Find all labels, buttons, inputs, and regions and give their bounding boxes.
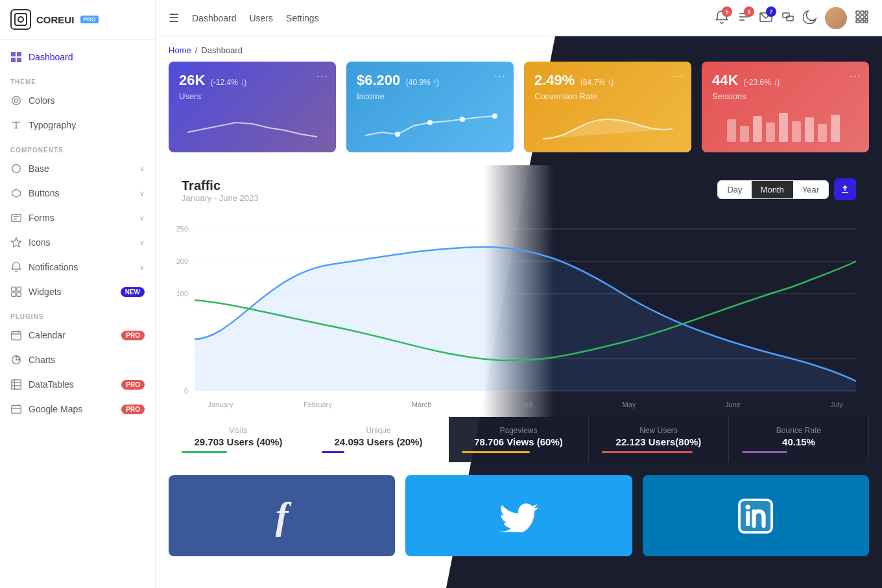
breadcrumb-home[interactable]: Home [169, 45, 191, 55]
stat-pageviews: Pageviews 78.706 Views (60%) [449, 417, 589, 462]
sidebar-item-buttons[interactable]: Buttons ∨ [0, 181, 155, 206]
svg-rect-29 [861, 20, 864, 23]
sidebar-item-calendar[interactable]: Calendar PRO [0, 323, 155, 347]
sidebar-collapse-button[interactable] [134, 434, 145, 447]
pageviews-value: 78.706 Views (60%) [462, 436, 575, 447]
stat-visits: Visits 29.703 Users (40%) [169, 417, 309, 462]
svg-point-34 [492, 113, 497, 119]
breadcrumb: Home / Dashboard [156, 36, 882, 62]
sidebar-item-googlemaps[interactable]: Google Maps PRO [0, 397, 155, 421]
sidebar-label-datatables: DataTables [29, 379, 74, 390]
stat-chart-sessions [712, 110, 859, 142]
breadcrumb-separator: / [195, 45, 198, 55]
sidebar-item-dashboard[interactable]: Dashboard [0, 45, 155, 69]
collapse-icon [134, 434, 145, 445]
social-card-facebook[interactable]: f [169, 475, 395, 556]
header-nav-settings[interactable]: Settings [286, 13, 319, 23]
language-button[interactable] [781, 10, 795, 27]
svg-point-31 [395, 132, 400, 137]
btn-day[interactable]: Day [718, 181, 751, 198]
stat-change-conversion: (84.7% ↑) [580, 78, 614, 87]
sidebar-item-base[interactable]: Base ∨ [0, 156, 155, 181]
logo-badge: PRO [80, 16, 99, 23]
header-nav-users[interactable]: Users [250, 13, 274, 23]
visits-bar [182, 451, 227, 453]
header-nav-dashboard[interactable]: Dashboard [192, 13, 237, 23]
svg-rect-42 [818, 124, 827, 142]
tasks-button[interactable]: 5 [737, 10, 751, 27]
sidebar-label-buttons: Buttons [29, 188, 59, 198]
stat-change-users: (-12.4% ↓) [211, 78, 246, 87]
base-icon [10, 163, 22, 174]
stat-menu-income[interactable]: ··· [494, 69, 506, 83]
svg-rect-3 [17, 52, 21, 56]
hamburger-button[interactable]: ☰ [169, 11, 179, 25]
chart-stats-footer: Visits 29.703 Users (40%) Unique 24.093 … [169, 417, 869, 462]
avatar[interactable] [825, 7, 847, 29]
svg-point-33 [460, 117, 465, 122]
btn-month[interactable]: Month [752, 181, 793, 198]
sidebar-item-datatables[interactable]: DataTables PRO [0, 372, 155, 397]
stat-menu-sessions[interactable]: ··· [850, 69, 861, 83]
svg-text:April: April [518, 401, 532, 408]
sidebar: COREUI PRO Dashboard THEME Colors [0, 0, 156, 588]
darkmode-button[interactable] [803, 10, 817, 27]
sidebar-item-colors[interactable]: Colors [0, 88, 155, 113]
sidebar-label-calendar: Calendar [29, 330, 66, 340]
svg-rect-11 [12, 287, 16, 291]
sidebar-item-charts[interactable]: Charts [0, 347, 155, 372]
stat-value-conversion: 2.49% [534, 72, 575, 88]
svg-rect-28 [856, 20, 859, 23]
sidebar-label-widgets: Widgets [29, 287, 62, 297]
svg-rect-22 [856, 11, 859, 14]
traffic-chart-svg: 250 200 100 0 January [169, 209, 869, 417]
stat-menu-users[interactable]: ··· [316, 69, 328, 83]
sidebar-item-notifications[interactable]: Notifications ∨ [0, 255, 155, 279]
svg-rect-61 [746, 511, 750, 526]
mail-button[interactable]: 7 [759, 10, 773, 27]
stat-value-income: $6.200 [357, 72, 400, 88]
svg-rect-15 [12, 332, 21, 340]
stat-card-conversion: ··· 2.49% (84.7% ↑) Conversion Rate [524, 62, 691, 152]
traffic-subtitle: January - June 2023 [182, 193, 259, 203]
btn-year[interactable]: Year [793, 181, 828, 198]
svg-rect-4 [11, 58, 16, 62]
svg-point-62 [746, 504, 751, 510]
bouncerate-label: Bounce Rate [742, 426, 855, 435]
svg-point-6 [12, 97, 21, 105]
newusers-label: New Users [602, 426, 715, 435]
svg-rect-38 [766, 123, 775, 142]
traffic-title-area: Traffic January - June 2023 [182, 178, 259, 203]
facebook-icon: f [276, 493, 289, 538]
sidebar-item-forms[interactable]: Forms ∨ [0, 206, 155, 230]
sidebar-label-charts: Charts [29, 355, 55, 365]
bell-button[interactable]: 5 [715, 10, 729, 27]
svg-rect-36 [740, 126, 749, 142]
datatables-icon [10, 379, 22, 390]
svg-rect-35 [727, 119, 736, 142]
googlemaps-badge: PRO [121, 405, 145, 414]
pageviews-bar [462, 451, 530, 453]
widgets-badge: NEW [121, 287, 145, 297]
content-body: Home / Dashboard ··· 26K (-12.4% ↓) User… [156, 36, 882, 556]
base-chevron: ∨ [139, 165, 145, 173]
stat-menu-conversion[interactable]: ··· [672, 69, 684, 83]
stat-label-conversion: Conversion Rate [534, 91, 681, 101]
stat-label-sessions: Sessions [712, 91, 859, 101]
sidebar-item-typography[interactable]: Typography [0, 113, 155, 137]
sidebar-item-icons[interactable]: Icons ∨ [0, 230, 155, 255]
svg-rect-24 [865, 11, 868, 14]
notifications-icon [10, 261, 22, 273]
social-card-linkedin[interactable] [643, 475, 869, 556]
apps-button[interactable] [855, 10, 869, 27]
svg-point-7 [14, 99, 18, 102]
social-card-twitter[interactable] [405, 475, 632, 556]
stat-unique: Unique 24.093 Users (20%) [309, 417, 449, 462]
svg-rect-2 [11, 52, 16, 56]
svg-rect-12 [17, 287, 21, 291]
svg-text:January: January [208, 401, 233, 408]
sidebar-item-widgets[interactable]: Widgets NEW [0, 279, 155, 304]
sidebar-label-notifications: Notifications [29, 262, 78, 272]
svg-rect-20 [783, 13, 789, 18]
upload-button[interactable] [834, 178, 856, 200]
